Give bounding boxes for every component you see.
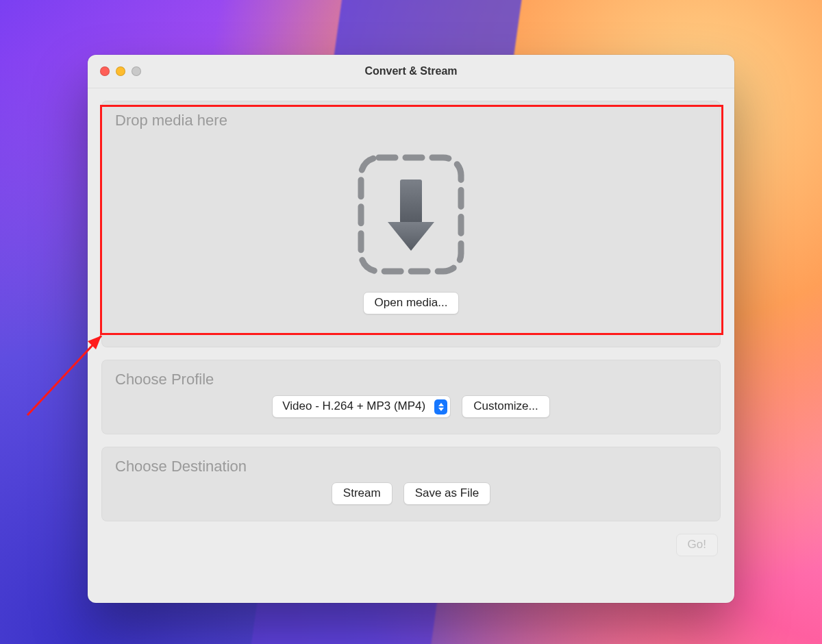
drop-zone[interactable]: Open media... xyxy=(115,136,707,331)
profile-select-value: Video - H.264 + MP3 (MP4) xyxy=(282,399,425,412)
open-media-button[interactable]: Open media... xyxy=(363,292,460,314)
choose-profile-panel: Choose Profile Video - H.264 + MP3 (MP4)… xyxy=(101,360,721,434)
customize-button[interactable]: Customize... xyxy=(462,395,549,418)
drop-media-label: Drop media here xyxy=(115,112,707,129)
window-controls xyxy=(100,66,141,76)
minimize-icon[interactable] xyxy=(116,66,125,76)
titlebar: Convert & Stream xyxy=(88,55,734,88)
footer: Go! xyxy=(101,534,721,556)
stream-button[interactable]: Stream xyxy=(332,482,393,505)
window-title: Convert & Stream xyxy=(364,65,457,77)
profile-select[interactable]: Video - H.264 + MP3 (MP4) xyxy=(272,395,451,418)
choose-destination-panel: Choose Destination Stream Save as File xyxy=(101,447,721,521)
window-content: Drop media here xyxy=(88,88,734,603)
chevron-up-down-icon xyxy=(434,399,447,414)
choose-destination-label: Choose Destination xyxy=(115,458,707,475)
go-button: Go! xyxy=(676,534,718,556)
zoom-icon xyxy=(132,66,141,76)
close-icon[interactable] xyxy=(100,66,110,76)
svg-marker-2 xyxy=(388,222,434,251)
svg-rect-1 xyxy=(400,179,422,223)
save-as-file-button[interactable]: Save as File xyxy=(403,482,491,505)
choose-profile-label: Choose Profile xyxy=(115,371,707,388)
drop-media-panel[interactable]: Drop media here xyxy=(101,101,721,347)
convert-stream-window: Convert & Stream Drop media here xyxy=(88,55,734,603)
drop-target-icon xyxy=(357,153,465,275)
